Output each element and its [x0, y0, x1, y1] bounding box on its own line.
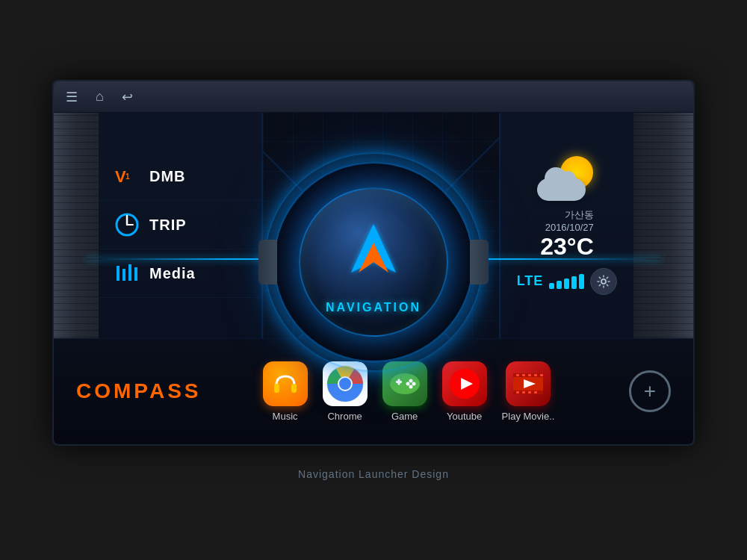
trip-icon [114, 211, 140, 238]
add-icon: + [644, 381, 656, 402]
svg-rect-36 [516, 391, 519, 393]
svg-rect-32 [522, 374, 525, 376]
navigation-center[interactable]: NAVIGATION [273, 161, 474, 363]
signal-bar-2 [557, 281, 562, 289]
svg-rect-6 [123, 269, 125, 281]
youtube-label: Youtube [447, 411, 482, 422]
navigation-label: NAVIGATION [326, 301, 421, 314]
dmb-icon: V 1 [114, 163, 140, 190]
home-icon[interactable]: ⌂ [96, 89, 104, 105]
svg-rect-14 [291, 384, 297, 393]
media-icon [114, 260, 140, 287]
menu-icon[interactable]: ☰ [66, 89, 78, 105]
music-label: Music [273, 411, 298, 422]
svg-point-24 [412, 382, 415, 385]
compass-c: C [76, 379, 94, 402]
svg-rect-21 [397, 379, 400, 385]
footer-text: Navigation Launcher Design [298, 468, 449, 480]
app-item-playmovie[interactable]: Play Movie.. [502, 361, 555, 422]
app-item-music[interactable]: Music [263, 361, 308, 422]
lte-label: LTE [517, 273, 544, 289]
add-app-button[interactable]: + [629, 370, 671, 412]
dmb-label: DMB [149, 168, 186, 185]
compass-rest: OMPASS [94, 379, 201, 402]
svg-point-23 [406, 382, 409, 385]
svg-rect-37 [522, 391, 525, 393]
back-icon[interactable]: ↩ [122, 89, 133, 105]
cloud-icon [537, 178, 586, 201]
music-icon [263, 361, 308, 406]
menu-item-trip[interactable]: TRIP [99, 201, 261, 249]
svg-rect-5 [117, 266, 120, 281]
trip-label: TRIP [149, 217, 187, 234]
nav-side-right [470, 240, 489, 284]
navigation-arrow-icon [347, 220, 400, 280]
signal-bar-1 [549, 283, 554, 289]
playmovie-icon [506, 361, 551, 406]
signal-bar-4 [571, 276, 577, 289]
svg-rect-8 [134, 267, 137, 281]
game-label: Game [391, 411, 418, 422]
svg-rect-39 [534, 391, 537, 393]
app-icons-container: Music [196, 361, 622, 422]
settings-button[interactable] [590, 268, 617, 295]
svg-rect-33 [528, 374, 531, 376]
nav-inner-ball: NAVIGATION [299, 187, 448, 337]
signal-bar-5 [579, 274, 584, 289]
svg-text:1: 1 [125, 172, 130, 181]
signal-bar-3 [564, 279, 569, 289]
svg-rect-31 [516, 374, 519, 376]
svg-point-18 [339, 378, 351, 390]
playmovie-label: Play Movie.. [502, 411, 555, 422]
nav-outer-ring: NAVIGATION [273, 161, 474, 363]
svg-rect-7 [128, 264, 131, 281]
device-frame: ☰ ⌂ ↩ V 1 [52, 80, 695, 446]
weather-date: 2016/10/27 [540, 222, 594, 233]
svg-point-22 [409, 379, 412, 382]
main-area: V 1 DMB TRIP [54, 113, 693, 444]
nav-side-left [258, 240, 277, 284]
svg-rect-35 [540, 374, 543, 376]
svg-rect-13 [274, 384, 279, 393]
menu-item-dmb[interactable]: V 1 DMB [99, 152, 261, 201]
compass-label: COMPASS [76, 379, 196, 403]
menu-item-media[interactable]: Media [99, 249, 261, 298]
svg-point-25 [409, 385, 412, 388]
app-item-youtube[interactable]: Youtube [442, 361, 487, 422]
settings-icon [596, 274, 611, 289]
svg-text:V: V [115, 167, 126, 186]
weather-location: 가산동 [540, 208, 594, 222]
right-info-panel: 가산동 2016/10/27 23°C LTE [499, 113, 633, 338]
signal-bars [549, 274, 584, 289]
youtube-icon [442, 361, 487, 406]
weather-temperature: 23°C [540, 233, 594, 261]
svg-rect-34 [534, 374, 537, 376]
media-label: Media [149, 265, 196, 282]
weather-info: 가산동 2016/10/27 23°C [540, 208, 594, 261]
left-menu: V 1 DMB TRIP [99, 113, 263, 338]
screen-wrapper: ☰ ⌂ ↩ V 1 [52, 80, 695, 480]
svg-rect-38 [528, 391, 531, 393]
weather-icon [537, 156, 597, 201]
lte-signal-bar: LTE [517, 268, 618, 295]
chrome-label: Chrome [327, 411, 362, 422]
top-bar: ☰ ⌂ ↩ [54, 81, 693, 113]
svg-point-11 [601, 279, 606, 284]
